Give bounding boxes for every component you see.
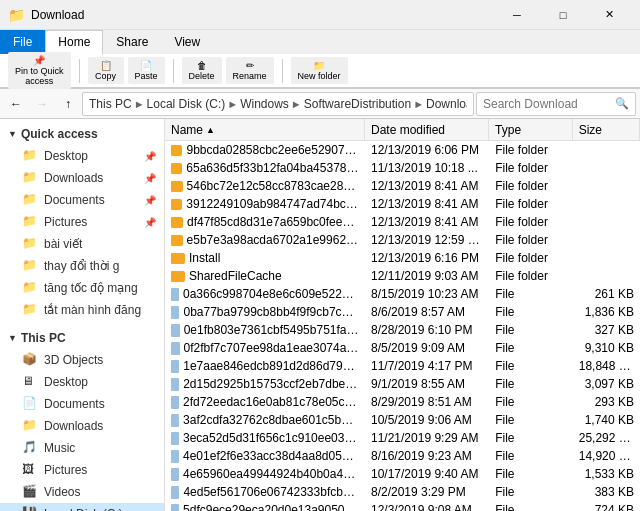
file-icon [171,486,179,499]
file-name: 546bc72e12c58cc8783cae28ae763dc0 [187,179,359,193]
table-row[interactable]: 546bc72e12c58cc8783cae28ae763dc0 12/13/2… [165,177,640,195]
search-input[interactable] [483,97,615,111]
table-row[interactable]: e5b7e3a98acda6702a1e996255bf05bc 12/13/2… [165,231,640,249]
table-row[interactable]: 2fd72eedac16e0ab81c78e05c1d7f0d5842a... … [165,393,640,411]
breadcrumb-windows[interactable]: Windows [240,97,289,111]
sidebar-item-pictures[interactable]: 📁 Pictures 📌 [0,211,164,233]
file-cell-date: 8/5/2019 9:09 AM [365,340,489,356]
breadcrumb-local-disk[interactable]: Local Disk (C:) [147,97,226,111]
table-row[interactable]: 2d15d2925b15753ccf2eb7dbe93e0a3c261... 9… [165,375,640,393]
sidebar-item-label: Local Disk (C:) [44,507,123,511]
sidebar-item-label: tăng tốc độ mạng [44,281,138,295]
sidebar-item-3d-objects[interactable]: 📦 3D Objects [0,349,164,371]
minimize-button[interactable]: ─ [494,0,540,30]
sidebar-item-pc-pictures[interactable]: 🖼 Pictures [0,459,164,481]
table-row[interactable]: 0ba77ba9799cb8bb4f9f9cb7c23096b47d... 8/… [165,303,640,321]
table-row[interactable]: 5dfc9ece29eca20d0e13a90504dc2f820c82... … [165,501,640,511]
sidebar-item-tang-toc[interactable]: 📁 tăng tốc độ mạng [0,277,164,299]
table-row[interactable]: 9bbcda02858cbc2ee6e529072c297d1e 12/13/2… [165,141,640,159]
search-bar[interactable]: 🔍 [476,92,636,116]
column-type-header[interactable]: Type [489,119,573,140]
breadcrumb-download[interactable]: Download [426,97,467,111]
sidebar-item-downloads[interactable]: 📁 Downloads 📌 [0,167,164,189]
forward-button[interactable]: → [30,92,54,116]
breadcrumb-this-pc[interactable]: This PC [89,97,132,111]
up-button[interactable]: ↑ [56,92,80,116]
breadcrumb-softwaredistribution[interactable]: SoftwareDistribution [304,97,411,111]
new-folder-button[interactable]: 📁New folder [291,57,348,84]
paste-button[interactable]: 📄Paste [128,57,165,84]
table-row[interactable]: 3912249109ab984747ad74bc23301774 12/13/2… [165,195,640,213]
file-icon [171,396,179,409]
file-cell-type: File folder [489,250,573,266]
table-row[interactable]: 4e01ef2f6e33acc38d4aa8d053ff1a0cd9a66...… [165,447,640,465]
file-cell-type: File [489,484,573,500]
folder-icon: 📁 [22,170,38,186]
sidebar-item-label: Desktop [44,375,88,389]
table-row[interactable]: 0e1fb803e7361cbf5495b751fa96c0b8fa... 8/… [165,321,640,339]
folder-icon: 🎵 [22,440,38,456]
column-date-header[interactable]: Date modified [365,119,489,140]
folder-icon: 📁 [22,418,38,434]
sidebar-item-music[interactable]: 🎵 Music [0,437,164,459]
tab-share[interactable]: Share [103,30,161,54]
sidebar: ▼ Quick access 📁 Desktop 📌 📁 Downloads 📌… [0,119,165,511]
sidebar-item-label: thay đổi thời g [44,259,119,273]
sidebar-item-pc-downloads[interactable]: 📁 Downloads [0,415,164,437]
table-row[interactable]: 4e65960ea49944924b40b0a4c13ba2d814d... 1… [165,465,640,483]
sidebar-item-bai-viet[interactable]: 📁 bài viết [0,233,164,255]
rename-button[interactable]: ✏Rename [226,57,274,84]
file-cell-size [573,203,640,205]
sidebar-item-local-disk-c[interactable]: 💾 Local Disk (C:) [0,503,164,511]
sidebar-item-label: bài viết [44,237,82,251]
file-cell-type: File folder [489,178,573,194]
sidebar-item-pc-desktop[interactable]: 🖥 Desktop [0,371,164,393]
sidebar-item-tat-man[interactable]: 📁 tắt màn hình đăng [0,299,164,321]
table-row[interactable]: 65a636d5f33b12fa04ba453789604d229 11/13/… [165,159,640,177]
file-cell-name: 0ba77ba9799cb8bb4f9f9cb7c23096b47d... [165,304,365,320]
maximize-button[interactable]: □ [540,0,586,30]
sidebar-item-label: Pictures [44,463,87,477]
tab-view[interactable]: View [161,30,213,54]
sidebar-item-videos[interactable]: 🎬 Videos [0,481,164,503]
tab-file[interactable]: File [0,30,45,54]
sidebar-this-pc-header[interactable]: ▼ This PC [0,327,164,349]
table-row[interactable]: 4ed5ef561706e06742333bfcb4503677d0... 8/… [165,483,640,501]
table-row[interactable]: Install 12/13/2019 6:16 PM File folder [165,249,640,267]
file-cell-type: File folder [489,142,573,158]
pin-to-access-button[interactable]: 📌Pin to Quickaccess [8,52,71,89]
table-row[interactable]: SharedFileCache 12/11/2019 9:03 AM File … [165,267,640,285]
file-cell-date: 12/13/2019 12:59 PM [365,232,489,248]
column-size-header[interactable]: Size [573,119,640,140]
column-name-header[interactable]: Name ▲ [165,119,365,140]
table-row[interactable]: 0f2fbf7c707ee98da1eae3074a79477703... 8/… [165,339,640,357]
ribbon-commands: 📌Pin to Quickaccess 📋Copy 📄Paste 🗑Delete… [0,54,640,88]
pin-icon: 📌 [144,217,156,228]
table-row[interactable]: 1e7aae846edcb891d2d86d7955889dac00... 11… [165,357,640,375]
file-icon [171,504,179,512]
table-row[interactable]: 3eca52d5d31f656c1c910ee03e7613cb9c96... … [165,429,640,447]
table-row[interactable]: 0a366c998704e8e6c609e522e4e7721b788... 8… [165,285,640,303]
file-cell-name: Install [165,250,365,266]
sidebar-item-pc-documents[interactable]: 📄 Documents [0,393,164,415]
back-button[interactable]: ← [4,92,28,116]
file-cell-name: 4e65960ea49944924b40b0a4c13ba2d814d... [165,466,365,482]
table-row[interactable]: 3af2cdfa32762c8dbae601c5b84467c07790... … [165,411,640,429]
file-cell-size [573,275,640,277]
sidebar-item-documents[interactable]: 📁 Documents 📌 [0,189,164,211]
folder-icon: 🖥 [22,374,38,390]
file-cell-date: 8/16/2019 9:23 AM [365,448,489,464]
sidebar-item-thay-doi[interactable]: 📁 thay đổi thời g [0,255,164,277]
close-button[interactable]: ✕ [586,0,632,30]
copy-button[interactable]: 📋Copy [88,57,124,84]
table-row[interactable]: df47f85cd8d31e7a659bc0feee754b1c 12/13/2… [165,213,640,231]
sidebar-item-desktop[interactable]: 📁 Desktop 📌 [0,145,164,167]
delete-button[interactable]: 🗑Delete [182,57,222,84]
file-cell-type: File [489,376,573,392]
file-icon [171,324,180,337]
file-cell-date: 8/15/2019 10:23 AM [365,286,489,302]
file-cell-type: File [489,502,573,511]
file-name: 0ba77ba9799cb8bb4f9f9cb7c23096b47d... [183,305,359,319]
address-bar[interactable]: This PC ► Local Disk (C:) ► Windows ► So… [82,92,474,116]
sidebar-quick-access-header[interactable]: ▼ Quick access [0,123,164,145]
